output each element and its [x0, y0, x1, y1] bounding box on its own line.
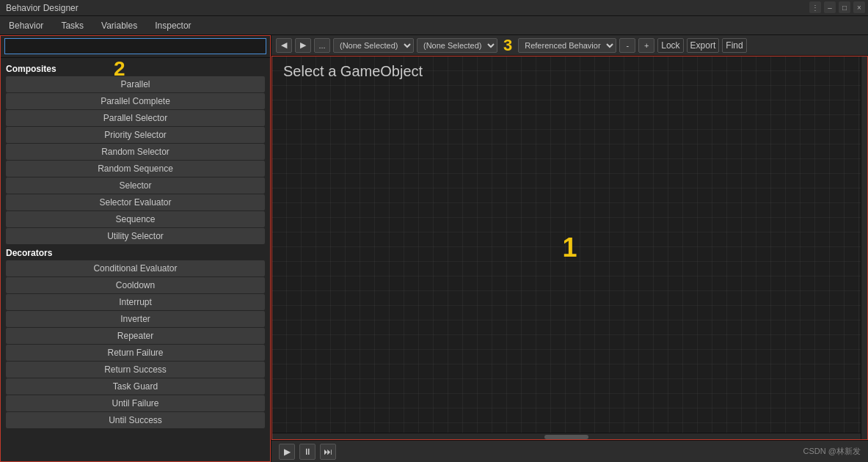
- prev-btn[interactable]: ◀: [276, 38, 292, 53]
- task-parallel-complete[interactable]: Parallel Complete: [6, 93, 265, 109]
- task-utility-selector[interactable]: Utility Selector: [6, 228, 265, 244]
- task-conditional-evaluator[interactable]: Conditional Evaluator: [6, 260, 265, 276]
- referenced-behavior-select[interactable]: Referenced Behavior: [518, 38, 616, 53]
- task-random-sequence[interactable]: Random Sequence: [6, 161, 265, 177]
- none-selected-2[interactable]: (None Selected): [417, 38, 497, 53]
- search-input[interactable]: [4, 38, 266, 54]
- title-bar: Behavior Designer ⋮ – □ ×: [0, 0, 868, 16]
- task-priority-selector[interactable]: Priority Selector: [6, 127, 265, 143]
- find-btn[interactable]: Find: [722, 38, 746, 53]
- task-random-selector[interactable]: Random Selector: [6, 144, 265, 160]
- plus-btn[interactable]: +: [638, 38, 654, 53]
- menu-bar: Behavior Tasks Variables Inspector: [0, 16, 868, 35]
- label-2: 2: [114, 57, 125, 81]
- scrollbar-thumb: [544, 435, 588, 439]
- transport-bar: ▶ ⏸ ⏭ CSDN @林新发: [271, 440, 868, 462]
- canvas-scrollbar-right[interactable]: [861, 56, 868, 440]
- export-btn[interactable]: Export: [687, 38, 720, 53]
- task-selector-evaluator[interactable]: Selector Evaluator: [6, 194, 265, 210]
- task-until-success[interactable]: Until Success: [6, 412, 265, 428]
- task-task-guard[interactable]: Task Guard: [6, 378, 265, 395]
- task-selector[interactable]: Selector: [6, 177, 265, 194]
- canvas-title: Select a GameObject: [283, 63, 423, 80]
- dots-btn[interactable]: ...: [314, 38, 330, 53]
- menu-tasks[interactable]: Tasks: [52, 16, 92, 34]
- transport-step-btn[interactable]: ⏭: [320, 444, 336, 460]
- composites-header: Composites: [0, 61, 271, 76]
- menu-behavior[interactable]: Behavior: [0, 16, 52, 34]
- transport-right-text: CSDN @林新发: [803, 446, 861, 457]
- task-return-success[interactable]: Return Success: [6, 362, 265, 378]
- menu-variables[interactable]: Variables: [92, 16, 146, 34]
- left-panel: 2 Composites Parallel Parallel Complete …: [0, 35, 271, 462]
- close-btn[interactable]: ×: [853, 1, 865, 13]
- task-parallel-selector[interactable]: Parallel Selector: [6, 110, 265, 126]
- canvas-scrollbar-bottom[interactable]: [271, 433, 861, 440]
- search-container: 2: [0, 35, 271, 58]
- minimize-btn[interactable]: –: [824, 1, 836, 13]
- menu-inspector[interactable]: Inspector: [146, 16, 200, 34]
- canvas-area: Select a GameObject 1: [271, 56, 868, 440]
- main-layout: 2 Composites Parallel Parallel Complete …: [0, 35, 868, 462]
- title-bar-text: Behavior Designer: [6, 3, 79, 13]
- task-list[interactable]: Composites Parallel Parallel Complete Pa…: [0, 58, 271, 462]
- task-cooldown[interactable]: Cooldown: [6, 277, 265, 293]
- minus-btn[interactable]: -: [619, 38, 635, 53]
- label-3: 3: [503, 36, 512, 55]
- maximize-btn[interactable]: □: [839, 1, 850, 13]
- toolbar: ◀ ▶ ... (None Selected) (None Selected) …: [271, 35, 868, 56]
- lock-btn[interactable]: Lock: [657, 38, 683, 53]
- transport-play-btn[interactable]: ▶: [279, 444, 295, 460]
- none-selected-1[interactable]: (None Selected): [333, 38, 414, 53]
- decorators-header: Decorators: [0, 245, 271, 260]
- canvas-number: 1: [562, 232, 577, 263]
- task-sequence[interactable]: Sequence: [6, 211, 265, 227]
- task-interrupt[interactable]: Interrupt: [6, 294, 265, 310]
- transport-pause-btn[interactable]: ⏸: [299, 444, 316, 460]
- task-repeater[interactable]: Repeater: [6, 328, 265, 344]
- right-panel: ◀ ▶ ... (None Selected) (None Selected) …: [271, 35, 868, 462]
- task-until-failure[interactable]: Until Failure: [6, 395, 265, 411]
- title-bar-controls: ⋮ – □ ×: [809, 1, 865, 13]
- next-btn[interactable]: ▶: [295, 38, 311, 53]
- task-parallel[interactable]: Parallel: [6, 76, 265, 92]
- menu-dots-btn[interactable]: ⋮: [809, 1, 821, 13]
- task-inverter[interactable]: Inverter: [6, 311, 265, 327]
- transport-controls: ▶ ⏸ ⏭: [279, 444, 336, 460]
- task-return-failure[interactable]: Return Failure: [6, 345, 265, 361]
